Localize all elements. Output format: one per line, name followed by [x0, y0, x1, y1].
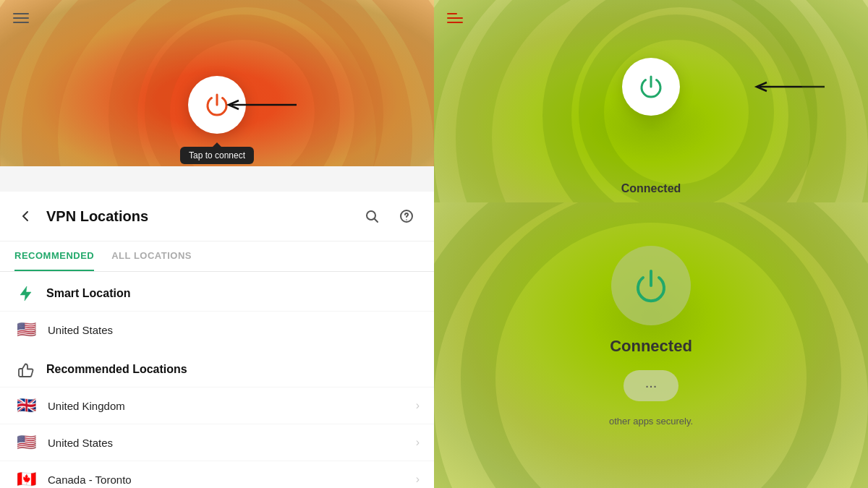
arrow-svg-left	[224, 98, 297, 112]
help-button[interactable]	[393, 203, 420, 229]
recommended-locations-header: Recommended Locations	[0, 348, 434, 387]
search-icon	[365, 209, 379, 223]
location-item-uk[interactable]: United Kingdom ›	[0, 387, 434, 424]
bottom-power-button[interactable]	[611, 246, 691, 325]
locations-list: Smart Location United States Recommended…	[0, 272, 434, 488]
power-button-disconnected[interactable]: Tap to connect	[188, 76, 246, 134]
flag-ca	[14, 471, 38, 488]
tab-recommended[interactable]: RECOMMENDED	[14, 241, 94, 271]
bottom-more-button[interactable]: ···	[624, 370, 679, 401]
chevron-us: ›	[416, 436, 420, 449]
locations-tabs: RECOMMENDED ALL LOCATIONS	[0, 241, 434, 272]
bottom-connected-label: Connected	[610, 337, 692, 356]
power-button-container: Tap to connect	[188, 76, 246, 134]
smart-location-title: Smart Location	[46, 287, 130, 300]
tab-all-locations[interactable]: ALL LOCATIONS	[111, 241, 192, 271]
flag-us	[14, 434, 38, 451]
left-panel: Tap to connect Smart Location USA - New …	[0, 0, 434, 488]
chevron-uk: ›	[416, 399, 420, 412]
arrow-svg-right	[752, 80, 825, 94]
flag-us-simple	[14, 321, 38, 338]
arrow-pointer-left	[224, 98, 297, 112]
locations-title: VPN Locations	[46, 208, 350, 225]
recommended-title: Recommended Locations	[46, 363, 187, 376]
location-us-name: United States	[48, 437, 416, 449]
location-item-us[interactable]: United States ›	[0, 424, 434, 461]
connected-label: Connected	[621, 182, 681, 195]
location-uk-name: United Kingdom	[48, 400, 416, 412]
smart-icon	[14, 282, 38, 305]
power-icon-connected	[638, 74, 664, 100]
search-button[interactable]	[359, 203, 385, 229]
back-button[interactable]	[14, 205, 38, 228]
back-icon	[20, 210, 33, 223]
hamburger-menu-right[interactable]	[441, 7, 469, 29]
location-us-simple-name: United States	[48, 324, 420, 336]
lightning-icon	[17, 285, 35, 302]
vpn-locations-panel: VPN Locations RECOMMENDED ALL LOCATIONS	[0, 192, 434, 488]
thumbs-up-icon	[14, 358, 38, 381]
smart-location-item[interactable]: Smart Location	[0, 272, 434, 311]
bottom-sub-text: other apps securely.	[609, 416, 693, 427]
locations-header: VPN Locations	[0, 192, 434, 241]
bottom-right-connected: Connected ··· other apps securely.	[434, 202, 868, 488]
hero-connected: Connected	[434, 0, 868, 210]
location-item-ca[interactable]: Canada - Toronto ›	[0, 461, 434, 488]
location-ca-name: Canada - Toronto	[48, 474, 416, 486]
power-button-connected[interactable]	[622, 58, 680, 116]
connect-tooltip: Tap to connect	[180, 147, 254, 164]
hero-disconnected: Tap to connect	[0, 0, 434, 166]
chevron-ca: ›	[416, 473, 420, 486]
right-panel: Connected Current Location USA - New Yor…	[434, 0, 868, 488]
thumbs-up-svg	[17, 361, 35, 378]
hamburger-menu-left[interactable]	[7, 7, 35, 29]
flag-uk	[14, 397, 38, 414]
arrow-pointer-right	[752, 80, 825, 94]
bottom-power-icon	[631, 265, 671, 306]
help-icon	[399, 209, 414, 223]
svg-point-3	[406, 219, 407, 221]
location-item-us-simple[interactable]: United States	[0, 311, 434, 348]
